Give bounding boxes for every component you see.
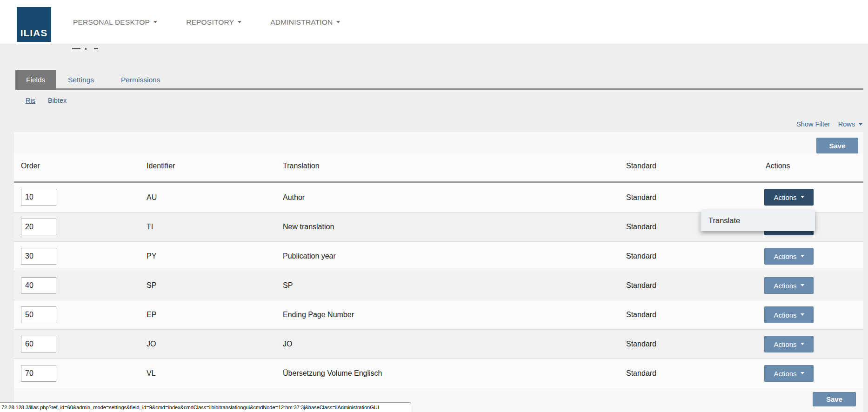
chevron-down-icon — [801, 196, 804, 198]
menu-item-translate[interactable]: Translate — [701, 210, 815, 231]
column-header-standard: Standard — [626, 162, 656, 170]
table-row: JO JO Standard Actions — [14, 329, 863, 359]
tab-settings-label: Settings — [68, 76, 94, 84]
translation-cell: SP — [283, 281, 293, 290]
actions-button-label: Actions — [774, 253, 796, 260]
main-menu: PERSONAL DESKTOP REPOSITORY ADMINISTRATI… — [73, 0, 340, 44]
status-bar-url: 72.28.128.3/ilias.php?ref_id=60&admin_mo… — [1, 405, 379, 410]
ilias-logo[interactable]: ILIAS — [17, 7, 51, 42]
column-header-actions: Actions — [766, 162, 790, 170]
identifier-cell: VL — [147, 369, 156, 378]
identifier-cell: SP — [147, 281, 156, 290]
chevron-down-icon — [801, 372, 804, 374]
translation-cell: Publication year — [283, 252, 336, 260]
menu-personal-desktop[interactable]: PERSONAL DESKTOP — [73, 18, 157, 27]
clipped-page-title — [72, 48, 105, 50]
show-filter-link[interactable]: Show Filter — [796, 120, 830, 128]
standard-cell: Standard — [626, 311, 656, 319]
rows-dropdown[interactable]: Rows — [838, 120, 862, 128]
actions-dropdown-menu: Translate — [701, 210, 815, 231]
standard-cell: Standard — [626, 223, 656, 231]
standard-cell: Standard — [626, 340, 656, 348]
translation-cell: JO — [283, 340, 292, 348]
menu-administration-label: ADMINISTRATION — [270, 18, 333, 26]
actions-button-label: Actions — [774, 311, 796, 319]
identifier-cell: AU — [147, 193, 157, 202]
table-header-row: Order Identifier Translation Standard Ac… — [14, 153, 863, 181]
actions-button[interactable]: Actions — [764, 306, 814, 323]
column-header-order: Order — [21, 162, 40, 170]
actions-button-label: Actions — [774, 193, 796, 201]
chevron-down-icon — [154, 21, 157, 23]
chevron-down-icon — [801, 255, 804, 257]
tab-permissions-label: Permissions — [121, 76, 160, 84]
chevron-down-icon — [336, 21, 340, 23]
order-input[interactable] — [21, 248, 56, 265]
actions-button[interactable]: Actions — [764, 277, 814, 294]
actions-button[interactable]: Actions — [764, 336, 814, 352]
status-bar: 72.28.128.3/ilias.php?ref_id=60&admin_mo… — [0, 402, 411, 412]
chevron-down-icon — [801, 343, 804, 345]
chevron-down-icon — [859, 123, 862, 126]
translation-cell: New translation — [283, 223, 334, 231]
identifier-cell: PY — [147, 252, 156, 260]
menu-repository[interactable]: REPOSITORY — [186, 18, 241, 27]
order-input[interactable] — [21, 277, 56, 294]
tab-fields-label: Fields — [26, 76, 45, 84]
table-row: VL Übersetzung Volume Englisch Standard … — [14, 359, 863, 388]
subtab-ris[interactable]: Ris — [26, 97, 35, 104]
identifier-cell: TI — [147, 223, 153, 231]
menu-administration[interactable]: ADMINISTRATION — [270, 18, 340, 27]
tab-permissions[interactable]: Permissions — [121, 70, 160, 90]
actions-button[interactable]: Actions — [764, 365, 814, 382]
save-button-bottom[interactable]: Save — [813, 392, 856, 406]
actions-button[interactable]: Actions — [764, 248, 814, 265]
standard-cell: Standard — [626, 369, 656, 378]
sub-tab-bar: Ris Bibtex — [26, 97, 67, 104]
actions-button-label: Actions — [774, 282, 796, 290]
column-header-identifier: Identifier — [147, 162, 175, 170]
menu-repository-label: REPOSITORY — [186, 18, 234, 26]
chevron-down-icon — [238, 21, 241, 23]
menu-personal-desktop-label: PERSONAL DESKTOP — [73, 18, 150, 26]
table-controls: Show Filter Rows — [796, 120, 862, 128]
table-row: EP Ending Page Number Standard Actions — [14, 300, 863, 329]
table-row: PY Publication year Standard Actions — [14, 241, 863, 271]
actions-button[interactable]: Actions — [764, 189, 814, 206]
identifier-cell: JO — [147, 340, 156, 348]
order-input[interactable] — [21, 219, 56, 235]
column-header-translation: Translation — [283, 162, 320, 170]
top-navbar: ILIAS PERSONAL DESKTOP REPOSITORY ADMINI… — [0, 0, 868, 44]
standard-cell: Standard — [626, 281, 656, 290]
rows-dropdown-label: Rows — [838, 120, 855, 128]
translation-cell: Übersetzung Volume Englisch — [283, 369, 382, 378]
tab-settings[interactable]: Settings — [68, 70, 94, 90]
tab-bar: Fields Settings Permissions — [15, 70, 863, 90]
actions-button-label: Actions — [774, 370, 796, 378]
standard-cell: Standard — [626, 252, 656, 260]
tab-fields[interactable]: Fields — [15, 70, 56, 90]
order-input[interactable] — [21, 365, 56, 382]
order-input[interactable] — [21, 306, 56, 323]
fields-table-card: Save Order Identifier Translation Standa… — [14, 132, 863, 412]
translation-cell: Author — [283, 193, 305, 202]
identifier-cell: EP — [147, 311, 156, 319]
chevron-down-icon — [801, 284, 804, 286]
translation-cell: Ending Page Number — [283, 311, 354, 319]
actions-button-label: Actions — [774, 340, 796, 348]
save-button-top[interactable]: Save — [816, 138, 858, 153]
standard-cell: Standard — [626, 193, 656, 202]
order-input[interactable] — [21, 336, 56, 352]
order-input[interactable] — [21, 189, 56, 206]
subtab-bibtex[interactable]: Bibtex — [48, 97, 67, 104]
table-row: AU Author Standard Actions — [14, 183, 863, 212]
chevron-down-icon — [801, 313, 804, 316]
table-row: SP SP Standard Actions — [14, 271, 863, 300]
